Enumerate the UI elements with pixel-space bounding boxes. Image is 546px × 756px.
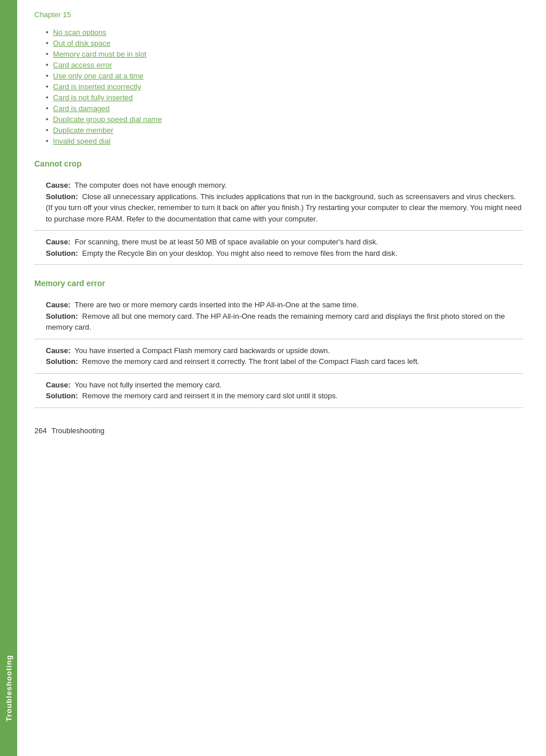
cause-text-2: Cause: For scanning, there must be at le… (46, 236, 523, 248)
toc-link-memory-card-must-be-in-slot[interactable]: Memory card must be in slot (53, 50, 147, 58)
list-item: Out of disk space (46, 39, 523, 48)
solution-label-2: Solution: (46, 249, 78, 258)
cause-label-2: Cause: (46, 238, 70, 246)
sidebar: Troubleshooting (0, 0, 17, 756)
list-item: Card access error (46, 61, 523, 69)
toc-link-card-access-error[interactable]: Card access error (53, 61, 112, 69)
toc-link-use-only-one-card[interactable]: Use only one card at a time (53, 72, 144, 80)
solution-label-4: Solution: (46, 357, 78, 366)
solution-label-3: Solution: (46, 312, 78, 320)
solution-text-2: Solution: Empty the Recycle Bin on your … (46, 248, 523, 259)
toc-link-card-inserted-incorrectly[interactable]: Card is inserted incorrectly (53, 82, 141, 91)
cause-text-4: Cause: You have inserted a Compact Flash… (46, 345, 523, 357)
memory-card-error-section: Memory card error Cause: There are two o… (34, 279, 523, 408)
memory-card-block-3: Cause: You have not fully inserted the m… (34, 374, 523, 408)
footer-label: Troubleshooting (52, 426, 105, 435)
memory-card-block-1: Cause: There are two or more memory card… (34, 294, 523, 339)
list-item: Duplicate member (46, 126, 523, 134)
solution-label-5: Solution: (46, 391, 78, 400)
chapter-heading: Chapter 15 (34, 10, 523, 19)
solution-text-4: Solution: Remove the memory card and rei… (46, 356, 523, 367)
cannot-crop-section: Cannot crop Cause: The computer does not… (34, 159, 523, 265)
list-item: Use only one card at a time (46, 72, 523, 80)
cause-text-5: Cause: You have not fully inserted the m… (46, 379, 523, 391)
memory-card-error-heading: Memory card error (34, 279, 523, 288)
toc-link-duplicate-member[interactable]: Duplicate member (53, 126, 114, 134)
list-item: No scan options (46, 28, 523, 37)
toc-link-duplicate-group-speed-dial[interactable]: Duplicate group speed dial name (53, 115, 162, 124)
main-content: Chapter 15 No scan options Out of disk s… (17, 0, 546, 756)
cause-label-4: Cause: (46, 346, 70, 355)
page-number: 264 (34, 426, 47, 435)
solution-text-1: Solution: Close all unnecessary applicat… (46, 191, 523, 225)
cannot-crop-block-2: Cause: For scanning, there must be at le… (34, 231, 523, 265)
list-item: Duplicate group speed dial name (46, 115, 523, 124)
toc-link-card-damaged[interactable]: Card is damaged (53, 104, 110, 113)
cause-text-1: Cause: The computer does not have enough… (46, 180, 523, 191)
solution-text-3: Solution: Remove all but one memory card… (46, 311, 523, 333)
memory-card-block-2: Cause: You have inserted a Compact Flash… (34, 339, 523, 374)
toc-link-invalid-speed-dial[interactable]: Invalid speed dial (53, 137, 110, 145)
cannot-crop-heading: Cannot crop (34, 159, 523, 168)
list-item: Card is damaged (46, 104, 523, 113)
list-item: Invalid speed dial (46, 137, 523, 145)
toc-link-card-not-fully-inserted[interactable]: Card is not fully inserted (53, 93, 133, 102)
list-item: Card is inserted incorrectly (46, 82, 523, 91)
solution-text-5: Solution: Remove the memory card and rei… (46, 390, 523, 402)
toc-link-no-scan-options[interactable]: No scan options (53, 28, 106, 37)
page-footer: 264 Troubleshooting (34, 422, 523, 435)
cause-label-3: Cause: (46, 300, 70, 309)
cause-label-1: Cause: (46, 181, 70, 189)
list-item: Memory card must be in slot (46, 50, 523, 58)
toc-list: No scan options Out of disk space Memory… (46, 28, 523, 145)
toc-link-out-of-disk-space[interactable]: Out of disk space (53, 39, 110, 48)
page-wrapper: Troubleshooting Chapter 15 No scan optio… (0, 0, 546, 756)
cause-label-5: Cause: (46, 381, 70, 389)
solution-label-1: Solution: (46, 192, 78, 201)
cause-text-3: Cause: There are two or more memory card… (46, 299, 523, 311)
sidebar-label: Troubleshooting (5, 655, 13, 722)
list-item: Card is not fully inserted (46, 93, 523, 102)
cannot-crop-block-1: Cause: The computer does not have enough… (34, 174, 523, 231)
